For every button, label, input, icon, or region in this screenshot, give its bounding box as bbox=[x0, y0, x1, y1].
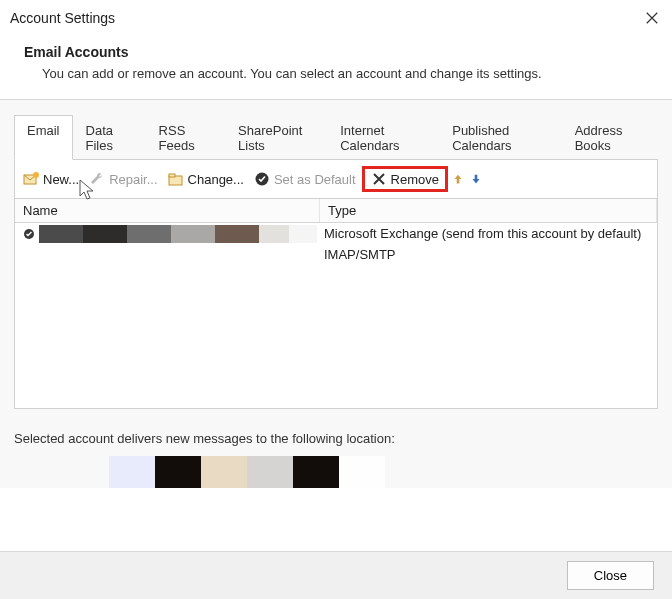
move-up-button[interactable] bbox=[450, 171, 466, 187]
svg-rect-3 bbox=[169, 174, 175, 177]
window-title: Account Settings bbox=[10, 10, 115, 26]
set-default-button-label: Set as Default bbox=[274, 172, 356, 187]
account-row[interactable]: Microsoft Exchange (send from this accou… bbox=[15, 223, 657, 244]
tab-internet-calendars[interactable]: Internet Calendars bbox=[327, 115, 439, 160]
header-block: Email Accounts You can add or remove an … bbox=[0, 30, 672, 100]
tab-rss-feeds[interactable]: RSS Feeds bbox=[146, 115, 225, 160]
redacted-account-name bbox=[39, 246, 239, 264]
svg-point-1 bbox=[33, 172, 39, 178]
x-icon bbox=[371, 171, 387, 187]
mail-new-icon bbox=[23, 171, 39, 187]
arrow-down-icon bbox=[469, 172, 483, 186]
change-button-label: Change... bbox=[188, 172, 244, 187]
folder-change-icon bbox=[168, 171, 184, 187]
tab-sharepoint-lists[interactable]: SharePoint Lists bbox=[225, 115, 327, 160]
check-circle-icon bbox=[254, 171, 270, 187]
account-row[interactable]: IMAP/SMTP bbox=[15, 244, 657, 265]
delivery-location-label: Selected account delivers new messages t… bbox=[14, 431, 658, 446]
close-icon[interactable] bbox=[642, 8, 662, 28]
tab-address-books[interactable]: Address Books bbox=[562, 115, 658, 160]
account-settings-dialog: Account Settings Email Accounts You can … bbox=[0, 0, 672, 599]
list-header: Name Type bbox=[15, 199, 657, 223]
column-header-type[interactable]: Type bbox=[320, 199, 657, 222]
set-default-button: Set as Default bbox=[250, 169, 360, 189]
redacted-account-name bbox=[39, 225, 317, 243]
section-description: You can add or remove an account. You ca… bbox=[42, 66, 662, 81]
accounts-list: Name Type Microsoft Exchange (send from … bbox=[14, 199, 658, 409]
tab-strip: Email Data Files RSS Feeds SharePoint Li… bbox=[14, 114, 658, 160]
wrench-icon bbox=[89, 171, 105, 187]
move-down-button[interactable] bbox=[468, 171, 484, 187]
new-button[interactable]: New... bbox=[19, 169, 83, 189]
account-type-cell: IMAP/SMTP bbox=[320, 244, 657, 265]
arrow-up-icon bbox=[451, 172, 465, 186]
repair-button-label: Repair... bbox=[109, 172, 157, 187]
content-area: Email Data Files RSS Feeds SharePoint Li… bbox=[0, 100, 672, 488]
dialog-footer: Close bbox=[0, 551, 672, 599]
new-button-label: New... bbox=[43, 172, 79, 187]
toolbar: New... Repair... Change... Set as Defaul… bbox=[14, 160, 658, 199]
change-button[interactable]: Change... bbox=[164, 169, 248, 189]
tab-published-calendars[interactable]: Published Calendars bbox=[439, 115, 561, 160]
remove-button-label: Remove bbox=[391, 172, 439, 187]
account-type-cell: Microsoft Exchange (send from this accou… bbox=[320, 223, 657, 244]
repair-button: Repair... bbox=[85, 169, 161, 189]
tab-email[interactable]: Email bbox=[14, 115, 73, 160]
tab-data-files[interactable]: Data Files bbox=[73, 115, 146, 160]
close-button[interactable]: Close bbox=[567, 561, 654, 590]
redacted-delivery-location bbox=[109, 456, 658, 488]
titlebar: Account Settings bbox=[0, 0, 672, 30]
remove-button[interactable]: Remove bbox=[362, 166, 448, 192]
column-header-name[interactable]: Name bbox=[15, 199, 320, 222]
default-account-check-icon bbox=[23, 228, 35, 240]
section-heading: Email Accounts bbox=[24, 44, 662, 60]
